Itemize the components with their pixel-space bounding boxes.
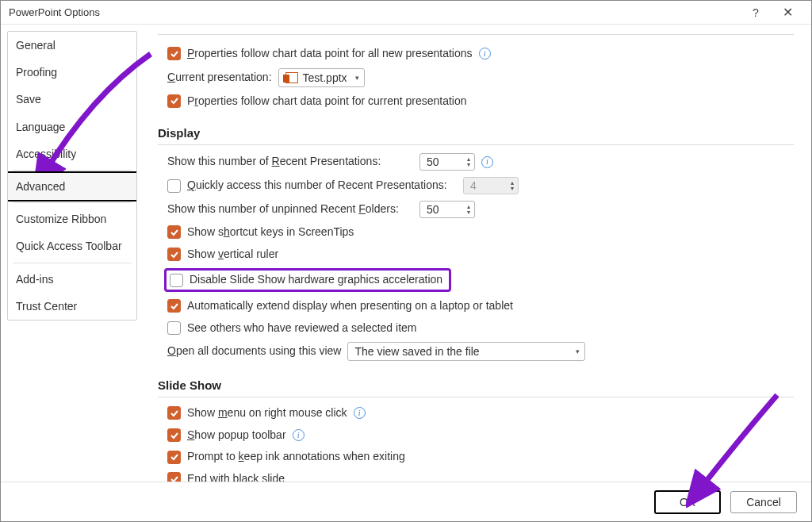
label-end-black: End with black slide [187,471,285,482]
label-vertical-ruler: Show vertical ruler [187,247,278,263]
chevron-down-icon: ▾ [352,74,359,82]
highlight-disable-hw-accel: Disable Slide Show hardware graphics acc… [164,268,451,292]
spinner-recent-presentations-value: 50 [427,155,439,168]
label-popup-toolbar: Show popup toolbar [187,428,286,443]
checkbox-vertical-ruler[interactable] [167,248,181,261]
chevron-down-icon: ▾ [573,347,580,355]
label-shortcut-screentips: Show shortcut keys in ScreenTips [187,225,354,240]
spinner-arrows-icon[interactable]: ▴▾ [465,204,473,215]
info-icon[interactable]: i [479,48,491,59]
checkbox-auto-extend-display[interactable] [167,299,181,313]
checkbox-menu-right-click[interactable] [167,406,181,420]
content-pane[interactable]: PProperties follow chart data point for … [144,25,811,482]
sidebar-item-customize-ribbon[interactable]: Customize Ribbon [8,205,136,232]
info-icon[interactable]: i [481,156,493,168]
spinner-quick-access-recent: 4 ▴▾ [463,177,519,194]
combo-open-view-value: The view saved in the file [354,345,479,358]
checkbox-see-others[interactable] [167,321,181,335]
checkbox-quick-access-recent[interactable] [167,179,181,193]
spinner-recent-folders-value: 50 [427,203,439,216]
label-menu-right-click: Show menu on right mouse click [187,405,347,421]
help-button[interactable]: ? [740,6,772,19]
label-auto-extend-display: Automatically extend display when presen… [187,298,513,314]
spinner-quick-access-recent-value: 4 [470,179,477,192]
ok-button[interactable]: OK [654,490,721,514]
sidebar-item-accessibility[interactable]: Accessibility [8,140,136,167]
checkbox-disable-hw-accel[interactable] [170,274,183,287]
combo-open-view[interactable]: The view saved in the file ▾ [347,342,585,361]
checkbox-properties-all[interactable] [167,47,181,60]
sidebar-item-advanced[interactable]: Advanced [7,171,137,202]
label-open-view: Open all documents using this view [167,344,341,359]
spinner-recent-folders[interactable]: 50 ▴▾ [419,201,475,218]
info-icon[interactable]: i [293,429,304,441]
checkbox-prompt-ink[interactable] [167,451,181,464]
section-display: Display [158,126,794,145]
section-slide-show: Slide Show [158,378,794,397]
window-title: PowerPoint Options [9,6,100,18]
checkbox-popup-toolbar[interactable] [167,428,181,442]
label-quick-access-recent: Quickly access this number of Recent Pre… [187,178,457,194]
checkbox-properties-current[interactable] [167,94,181,108]
powerpoint-file-icon [285,72,298,83]
combo-current-presentation-value: Test.pptx [303,71,347,84]
sidebar-item-save[interactable]: Save [8,86,136,113]
combo-current-presentation[interactable]: Test.pptx ▾ [278,68,365,87]
sidebar-item-general[interactable]: General [8,32,136,59]
spinner-recent-presentations[interactable]: 50 ▴▾ [419,153,475,171]
info-icon[interactable]: i [354,407,366,419]
close-button[interactable]: ✕ [772,5,803,20]
cancel-button[interactable]: Cancel [730,491,797,513]
label-see-others: See others who have reviewed a selected … [187,320,417,336]
sidebar-item-trust-center[interactable]: Trust Center [8,293,136,320]
label-properties-current: Properties follow chart data point for c… [187,94,467,109]
sidebar-item-proofing[interactable]: Proofing [8,59,136,86]
label-current-presentation: Current presentation: [167,70,272,86]
spinner-arrows-icon[interactable]: ▴▾ [465,156,473,167]
sidebar: General Proofing Save Language Accessibi… [1,25,144,482]
sidebar-item-quick-access-toolbar[interactable]: Quick Access Toolbar [8,232,136,259]
label-disable-hw-accel: Disable Slide Show hardware graphics acc… [190,272,442,288]
spinner-arrows-icon: ▴▾ [508,180,516,191]
checkbox-end-black[interactable] [167,472,181,482]
label-prompt-ink: Prompt to keep ink annotations when exit… [187,449,405,465]
label-recent-folders: Show this number of unpinned Recent Fold… [167,202,413,217]
sidebar-item-language[interactable]: Language [8,113,136,140]
label-recent-presentations: Show this number of Recent Presentations… [167,154,413,170]
sidebar-item-add-ins[interactable]: Add-ins [8,266,136,293]
label-properties-all: PProperties follow chart data point for … [187,46,473,62]
checkbox-shortcut-screentips[interactable] [167,225,181,239]
